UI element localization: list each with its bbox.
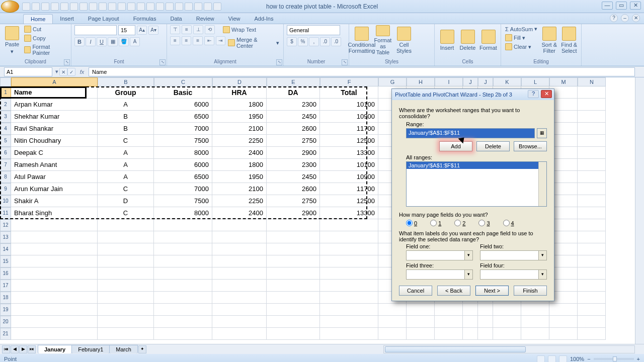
column-header[interactable]: M	[549, 77, 578, 86]
cell[interactable]: 8000	[154, 207, 212, 219]
cell[interactable]: 7500	[154, 135, 212, 147]
qat-btn-icon[interactable]	[118, 3, 126, 11]
select-all-corner[interactable]	[0, 77, 11, 86]
row-header[interactable]: 18	[0, 292, 11, 304]
cell[interactable]	[320, 219, 378, 231]
cell[interactable]: 2250	[212, 195, 267, 207]
cell[interactable]	[11, 280, 98, 292]
row-header[interactable]: 11	[0, 207, 11, 219]
cell[interactable]	[154, 243, 212, 255]
column-header[interactable]: I	[435, 77, 463, 86]
cell[interactable]: B	[98, 123, 154, 135]
cell[interactable]	[521, 304, 549, 316]
cell[interactable]: 11700	[320, 123, 378, 135]
italic-button[interactable]: I	[86, 37, 96, 46]
delete-button[interactable]: Delete	[476, 141, 510, 151]
range-ref-button[interactable]: ▦	[537, 128, 547, 138]
cell[interactable]	[98, 304, 154, 316]
align-bottom-icon[interactable]: ⊥	[193, 25, 203, 34]
indent-inc-icon[interactable]: ⇥	[216, 36, 226, 45]
column-header[interactable]: H	[407, 77, 435, 86]
row-header[interactable]: 21	[0, 328, 11, 340]
cell[interactable]: 10900	[320, 171, 378, 183]
orientation-icon[interactable]: ⟲	[205, 25, 215, 34]
cell[interactable]: C	[98, 135, 154, 147]
qat-btn-icon[interactable]	[89, 3, 97, 11]
dialog-close-button[interactable]: ✕	[541, 90, 552, 98]
cell[interactable]	[578, 99, 606, 111]
cell[interactable]	[98, 267, 154, 280]
row-header[interactable]: 20	[0, 316, 11, 328]
indent-dec-icon[interactable]: ⇤	[204, 36, 214, 45]
zoom-in-icon[interactable]: +	[637, 356, 640, 362]
qat-btn-icon[interactable]	[146, 3, 154, 11]
qat-btn-icon[interactable]	[204, 3, 212, 11]
tab-formulas[interactable]: Formulas	[126, 14, 164, 24]
cell[interactable]	[407, 328, 435, 340]
cell[interactable]: Shekhar Kumar	[11, 111, 98, 123]
cell[interactable]: 2600	[267, 123, 320, 135]
qat-btn-icon[interactable]	[127, 3, 135, 11]
cell[interactable]	[578, 147, 606, 159]
cell[interactable]: C	[98, 207, 154, 219]
cell[interactable]	[267, 280, 320, 292]
align-top-icon[interactable]: ⊤	[170, 25, 180, 34]
row-header[interactable]: 10	[0, 195, 11, 207]
cell[interactable]: Deepak C	[11, 147, 98, 159]
underline-button[interactable]: U	[97, 37, 107, 46]
cell[interactable]	[267, 316, 320, 328]
cell[interactable]	[578, 304, 606, 316]
cell[interactable]	[493, 316, 521, 328]
cell[interactable]	[578, 280, 606, 292]
cell[interactable]	[320, 328, 378, 340]
cell[interactable]	[320, 255, 378, 267]
list-scrollbar[interactable]	[538, 162, 546, 206]
cell[interactable]	[578, 159, 606, 171]
cell[interactable]: Basic	[154, 86, 212, 99]
cell[interactable]: Group	[98, 86, 154, 99]
cancel-edit-icon[interactable]: ✕	[59, 68, 67, 76]
cell[interactable]	[407, 316, 435, 328]
fx-icon[interactable]: fx	[77, 69, 87, 75]
column-header[interactable]: A	[11, 77, 98, 86]
cell[interactable]	[212, 280, 267, 292]
cell[interactable]	[435, 316, 463, 328]
cell[interactable]	[578, 328, 606, 340]
qat-btn-icon[interactable]	[60, 3, 68, 11]
row-header[interactable]: 12	[0, 219, 11, 231]
all-ranges-list[interactable]: January!$A$1:$F$11	[406, 161, 547, 207]
alignment-launcher-icon[interactable]: ⤡	[276, 59, 282, 65]
cell[interactable]	[154, 255, 212, 267]
close-doc-icon[interactable]: ✕	[632, 14, 640, 22]
column-header[interactable]: B	[98, 77, 154, 86]
qat-btn-icon[interactable]	[51, 3, 59, 11]
row-header[interactable]: 1	[0, 86, 11, 99]
cell[interactable]	[493, 328, 521, 340]
inc-decimal-icon[interactable]: .0	[320, 37, 330, 46]
row-header[interactable]: 2	[0, 99, 11, 111]
tab-insert[interactable]: Insert	[53, 14, 81, 24]
cell[interactable]	[463, 316, 478, 328]
office-button[interactable]	[1, 1, 19, 13]
cell[interactable]	[11, 243, 98, 255]
sheet-tab-february1[interactable]: February1	[71, 345, 110, 353]
cell[interactable]: Arpan Kumar	[11, 99, 98, 111]
view-break-icon[interactable]	[559, 355, 567, 362]
copy-button[interactable]: Copy	[23, 34, 68, 42]
cell[interactable]	[549, 304, 578, 316]
cell[interactable]: 12500	[320, 195, 378, 207]
row-header[interactable]: 4	[0, 123, 11, 135]
cell[interactable]: 2300	[267, 159, 320, 171]
font-launcher-icon[interactable]: ⤡	[159, 59, 166, 65]
comma-icon[interactable]: ,	[309, 37, 319, 46]
column-header[interactable]: K	[493, 77, 521, 86]
field-four-combo[interactable]: ▾	[480, 269, 547, 280]
cell[interactable]	[267, 304, 320, 316]
cell[interactable]	[154, 316, 212, 328]
qat-redo-icon[interactable]	[41, 3, 49, 11]
insert-cells-button[interactable]: Insert	[438, 25, 456, 55]
cell[interactable]: 6500	[154, 111, 212, 123]
cell[interactable]: 7500	[154, 195, 212, 207]
cell[interactable]	[578, 243, 606, 255]
cell[interactable]: 8000	[154, 147, 212, 159]
